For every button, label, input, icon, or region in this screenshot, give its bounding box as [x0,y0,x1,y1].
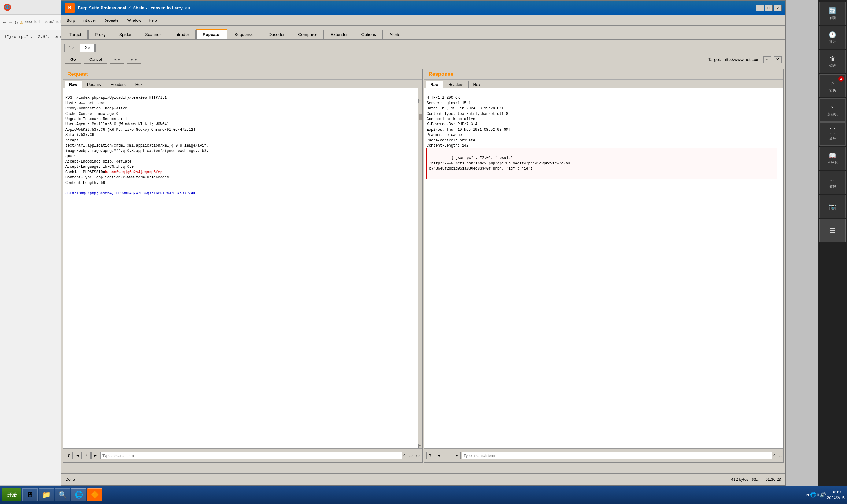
response-highlight-box: {"jsonrpc" : "2.0", "result" : "http://w… [426,148,778,179]
request-content: POST /index.php/api/Uploadify/preview HT… [63,88,422,448]
close-btn[interactable]: ✕ [774,5,781,11]
target-edit-icon[interactable]: ✏ [763,56,771,63]
clipboard-label: 剪贴板 [827,112,837,117]
forward-btn[interactable]: → [9,19,12,25]
tab-comparer[interactable]: Comparer [292,30,324,39]
target-help-icon[interactable]: ? [774,56,781,63]
cancel-button[interactable]: Cancel [84,55,107,64]
resp-search-next-btn[interactable]: ► [453,452,461,460]
sidebar-fullscreen-btn[interactable]: ⛶ 全屏 [819,123,846,146]
tab-proxy[interactable]: Proxy [88,30,112,39]
tab-options[interactable]: Options [355,30,382,39]
minimize-btn[interactable]: _ [756,5,764,11]
tab-repeater[interactable]: Repeater [196,29,227,39]
taskbar-item-explorer[interactable]: 📁 [38,488,54,501]
clipboard-icon: ✂ [830,104,834,111]
go-button[interactable]: Go [65,55,81,64]
tab-extender[interactable]: Extender [324,30,354,39]
tab-target[interactable]: Target [63,30,88,39]
resp-search-add-btn[interactable]: + [444,452,452,460]
req-search-next-btn[interactable]: ► [91,452,99,460]
status-bar: Done 412 bytes | 63... 01:30:23 [61,473,785,485]
response-search-input[interactable] [462,452,773,460]
sidebar-notes-btn[interactable]: ✏ 笔记 [819,171,846,194]
menu-burp[interactable]: Burp [63,17,79,24]
browser-favicon: 🌐 [4,4,11,11]
sidebar-clipboard-btn[interactable]: ✂ 剪贴板 [819,98,846,122]
taskbar-item-burp[interactable]: 🔶 [87,488,102,501]
repeater-tab-1[interactable]: 1 ✕ [64,44,79,52]
resp-headers: HTTP/1.1 200 OK Server: nginx/1.15.11 Da… [427,96,511,148]
sidebar-guide-btn[interactable]: 📖 指导书 [819,147,846,170]
prev-nav-btn[interactable]: ◄▼ [110,55,124,64]
req-search-help-btn[interactable]: ? [65,452,73,460]
taskbar-item-folder[interactable]: 🖥 [22,488,38,501]
refresh-icon: 🔄 [829,7,836,15]
response-panel: Response Raw Headers Hex HTTP/1.1 200 OK… [424,69,784,463]
req-tab-params[interactable]: Params [83,80,105,88]
tab-sequencer[interactable]: Sequencer [228,30,262,39]
request-scrollbar[interactable]: ▲ ▼ [418,88,422,448]
refresh-label: 刷新 [829,16,836,20]
menu-intruder[interactable]: Intruder [79,17,100,24]
req-tab-headers[interactable]: Headers [106,80,130,88]
request-header: Request [63,69,422,80]
menu-repeater[interactable]: Repeater [100,17,123,24]
resp-tab-headers[interactable]: Headers [444,80,468,88]
right-sidebar: 🔄 刷新 🕐 延时 🗑 销毁 2 ⚡ 切换 ✂ 剪贴板 ⛶ 全屏 📖 指导书 ✏… [818,0,847,486]
resp-search-prev-btn[interactable]: ◄ [435,452,443,460]
sidebar-delay-btn[interactable]: 🕐 延时 [819,26,846,49]
notes-label: 笔记 [829,184,836,189]
resp-tab-raw[interactable]: Raw [426,80,443,88]
taskbar: 开始 🖥 📁 🔍 🌐 🔶 EN 🌐 ℹ 🔊 16:19 2024/2/15 [0,486,847,504]
taskbar-clock: 16:19 2024/2/15 [827,489,845,501]
taskbar-item-browser[interactable]: 🌐 [71,488,86,501]
maximize-btn[interactable]: □ [765,5,773,11]
tab-intruder[interactable]: Intruder [168,30,195,39]
req-tab-raw[interactable]: Raw [65,80,82,88]
sidebar-destroy-btn[interactable]: 🗑 销毁 [819,50,846,73]
sidebar-switch-btn[interactable]: 2 ⚡ 切换 [819,74,846,97]
tab-scanner[interactable]: Scanner [139,30,167,39]
tab-alerts[interactable]: Alerts [383,30,407,39]
menu-help[interactable]: Help [145,17,160,24]
sidebar-screenshot-btn[interactable]: 📷 [819,195,846,218]
main-content-area: Request Raw Params Headers Hex POST /ind… [61,67,785,464]
repeater-tab-2[interactable]: 2 ✕ [80,44,95,52]
next-nav-btn[interactable]: ►▼ [126,55,141,64]
request-search-input[interactable] [100,452,402,460]
delay-label: 延时 [829,40,836,44]
response-search-bar: ? ◄ + ► 0 ma [425,448,784,463]
req-line2: Content-Type: application/x-www-form-url… [66,175,169,185]
request-search-bar: ? ◄ + ► 0 matches [63,448,422,463]
taskbar-info-icon: ℹ [817,492,819,498]
switch-icon: ⚡ [830,79,834,87]
req-search-add-btn[interactable]: + [83,452,90,460]
taskbar-item-search[interactable]: 🔍 [55,488,70,501]
fullscreen-icon: ⛶ [830,128,836,135]
destroy-label: 销毁 [829,64,836,68]
tab-decoder[interactable]: Decoder [262,30,291,39]
resp-tab-hex[interactable]: Hex [468,80,485,88]
fullscreen-label: 全屏 [829,136,836,141]
response-header: Response [425,69,784,80]
tab-spider[interactable]: Spider [113,30,138,39]
resp-search-help-btn[interactable]: ? [426,452,434,460]
delay-icon: 🕐 [829,31,836,39]
target-label: Target: [708,57,721,62]
sidebar-menu-btn[interactable]: ☰ [819,219,846,242]
response-tabs: Raw Headers Hex [425,80,784,88]
burp-window-title: Burp Suite Professional v1.6beta - licen… [78,5,753,11]
taskbar-volume-icon: 🔊 [820,492,826,498]
menu-window[interactable]: Window [123,17,145,24]
repeater-tab-more[interactable]: ... [96,44,105,52]
start-button[interactable]: 开始 [2,488,21,501]
refresh-btn[interactable]: ↻ [15,19,18,26]
main-tab-bar: Target Proxy Spider Scanner Intruder Rep… [61,26,785,40]
req-search-prev-btn[interactable]: ◄ [74,452,82,460]
sidebar-refresh-btn[interactable]: 🔄 刷新 [819,2,846,25]
taskbar-lang: EN [803,493,809,497]
target-value: http://www.heti.com [724,57,761,62]
req-tab-hex[interactable]: Hex [131,80,147,88]
back-btn[interactable]: ← [3,19,6,25]
